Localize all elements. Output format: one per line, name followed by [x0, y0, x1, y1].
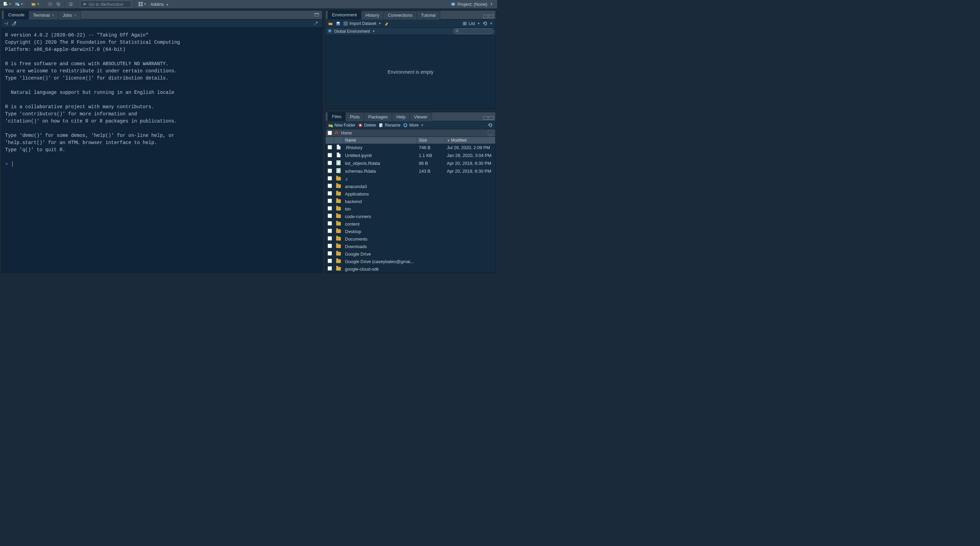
print-button[interactable] [68, 1, 75, 8]
save-button[interactable] [47, 1, 54, 8]
file-name[interactable]: .Rhistory [345, 145, 363, 150]
new-project-button[interactable]: ▼ [14, 1, 25, 8]
row-checkbox[interactable] [328, 266, 332, 271]
save-workspace-button[interactable] [336, 21, 340, 26]
file-row[interactable]: Google Drive [326, 250, 495, 258]
file-row[interactable]: Applications [326, 190, 495, 197]
grid-button[interactable]: ▼ [137, 1, 148, 8]
file-name[interactable]: google-cloud-sdk [345, 266, 379, 272]
file-name[interactable]: Desktop [345, 229, 361, 234]
row-checkbox[interactable] [328, 145, 332, 150]
file-name[interactable]: code-runners [345, 214, 371, 219]
row-checkbox[interactable] [328, 259, 332, 263]
more-button[interactable]: More▼ [403, 123, 423, 127]
import-dataset-button[interactable]: Import Dataset▼ [343, 21, 382, 26]
file-row[interactable]: Google Drive (caseybates@gmai... [326, 258, 495, 265]
file-row[interactable]: code-runners [326, 213, 495, 220]
tab-history[interactable]: History [361, 11, 383, 19]
file-name[interactable]: schemas.Rdata [345, 169, 376, 174]
clear-objects-button[interactable] [384, 21, 389, 26]
rename-button[interactable]: Rename [379, 123, 400, 127]
delete-button[interactable]: Delete [358, 123, 376, 127]
tab-help[interactable]: Help [392, 113, 410, 121]
clear-console-icon[interactable] [313, 20, 320, 27]
close-icon[interactable]: × [52, 13, 54, 18]
env-search-input[interactable] [453, 28, 493, 34]
pane-min-max[interactable] [483, 15, 493, 18]
file-name[interactable]: anaconda3 [345, 184, 367, 189]
column-name[interactable]: Name [343, 137, 417, 144]
tab-tutorial[interactable]: Tutorial [417, 11, 440, 19]
tab-environment[interactable]: Environment [328, 11, 361, 19]
tab-viewer[interactable]: Viewer [409, 113, 432, 121]
file-name[interactable]: Google Drive (caseybates@gmai... [345, 259, 414, 264]
addins-menu[interactable]: Addins ▼ [149, 2, 170, 7]
open-file-button[interactable]: ▼ [30, 1, 41, 8]
tab-packages[interactable]: Packages [364, 113, 392, 121]
file-row[interactable]: anaconda3 [326, 183, 495, 190]
new-file-button[interactable]: ▼ [2, 1, 13, 8]
file-name[interactable]: Downloads [345, 244, 367, 249]
row-checkbox[interactable] [328, 221, 332, 226]
tab-files[interactable]: Files [328, 112, 346, 121]
file-row[interactable]: list_objects.Rdata86 BApr 20, 2019, 6:30… [326, 159, 495, 167]
file-name[interactable]: list_objects.Rdata [345, 161, 380, 166]
file-name[interactable]: .r [345, 177, 348, 181]
save-all-button[interactable] [55, 1, 62, 8]
tab-connections[interactable]: Connections [383, 11, 417, 19]
tab-console[interactable]: Console [4, 11, 29, 19]
file-row[interactable]: Downloads [326, 243, 495, 250]
row-checkbox[interactable] [328, 213, 332, 218]
file-row[interactable]: schemas.Rdata143 BApr 20, 2019, 6:30 PM [326, 167, 495, 175]
project-menu[interactable]: R Project: (None) ▼ [449, 2, 495, 7]
file-name[interactable]: Untitled.ipynb [345, 153, 372, 158]
env-scope-dropdown[interactable]: Global Environment ▼ [334, 29, 375, 34]
file-name[interactable]: backend [345, 199, 362, 204]
row-checkbox[interactable] [328, 251, 332, 256]
file-name[interactable]: bin [345, 207, 351, 212]
new-folder-button[interactable]: New Folder [328, 123, 355, 127]
pane-min-max[interactable] [483, 116, 493, 120]
column-size[interactable]: Size [417, 137, 445, 144]
file-row[interactable]: backend [326, 197, 495, 205]
file-row[interactable]: Documents [326, 235, 495, 243]
row-checkbox[interactable] [328, 229, 332, 233]
load-workspace-button[interactable] [328, 21, 333, 26]
tab-plots[interactable]: Plots [345, 113, 364, 121]
refresh-files-button[interactable] [488, 123, 493, 127]
row-checkbox[interactable] [328, 191, 332, 196]
tab-jobs[interactable]: Jobs× [58, 11, 81, 19]
home-icon[interactable] [334, 130, 339, 136]
file-row[interactable]: google-cloud-sdk [326, 265, 495, 273]
row-checkbox[interactable] [328, 153, 332, 157]
column-modified[interactable]: ▼Modified [445, 137, 495, 144]
file-row[interactable]: .Rhistory746 BJul 29, 2020, 2:09 PM [326, 144, 495, 151]
file-row[interactable]: Untitled.ipynb1.1 KBJan 28, 2020, 3:04 P… [326, 151, 495, 159]
row-checkbox[interactable] [328, 236, 332, 240]
select-all-checkbox[interactable] [328, 131, 332, 135]
file-name[interactable]: Applications [345, 191, 369, 197]
row-checkbox[interactable] [328, 176, 332, 180]
row-checkbox[interactable] [328, 244, 332, 248]
row-checkbox[interactable] [328, 161, 332, 165]
tab-terminal[interactable]: Terminal× [29, 11, 59, 19]
file-name[interactable]: Documents [345, 237, 368, 242]
file-row[interactable]: bin [326, 205, 495, 213]
file-row[interactable]: content [326, 220, 495, 228]
list-view-button[interactable]: List▼ [462, 21, 480, 26]
file-row[interactable]: Desktop [326, 228, 495, 235]
goto-file-function-input[interactable]: Go to file/function [80, 1, 131, 8]
row-checkbox[interactable] [328, 169, 332, 173]
file-name[interactable]: content [345, 221, 360, 227]
refresh-button[interactable]: ▼ [483, 21, 493, 26]
close-icon[interactable]: × [74, 13, 76, 18]
popout-icon[interactable] [11, 20, 18, 27]
row-checkbox[interactable] [328, 199, 332, 203]
breadcrumb-home[interactable]: Home [341, 131, 352, 135]
file-row[interactable]: .r [326, 175, 495, 183]
row-checkbox[interactable] [328, 184, 332, 188]
path-ellipsis-button[interactable]: ... [488, 131, 493, 136]
row-checkbox[interactable] [328, 206, 332, 210]
file-name[interactable]: Google Drive [345, 252, 371, 256]
maximize-pane-icon[interactable] [313, 11, 320, 18]
